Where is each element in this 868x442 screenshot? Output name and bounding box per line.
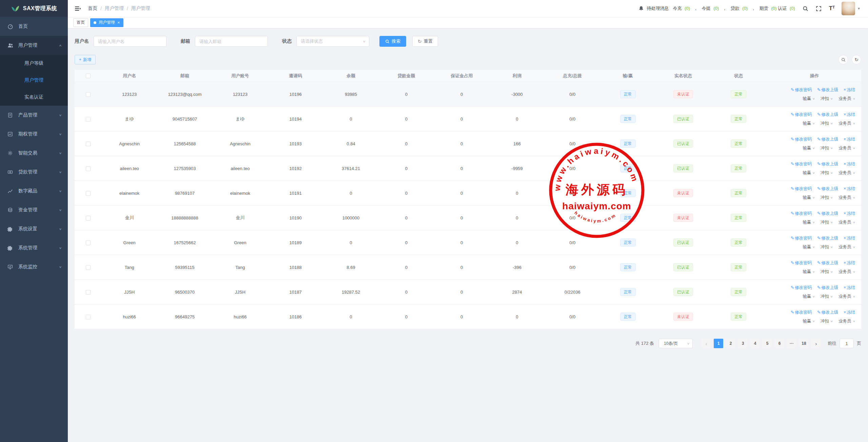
row-checkbox[interactable]	[86, 265, 91, 270]
dropdown-salesman[interactable]: 业务员∨	[837, 220, 855, 225]
dropdown-winloss[interactable]: 输赢∨	[803, 195, 815, 200]
table-search-button[interactable]	[839, 55, 848, 64]
avatar[interactable]	[842, 2, 855, 15]
dropdown-deduction[interactable]: 冲扣∨	[820, 96, 833, 101]
row-checkbox[interactable]	[86, 216, 91, 220]
sidebar-item-system-settings[interactable]: 系统设置∨	[0, 219, 68, 238]
action-edit-password[interactable]: ✎修改密码	[791, 211, 812, 216]
action-freeze[interactable]: ×冻结	[842, 162, 855, 166]
action-edit-parent[interactable]: ✎修改上级	[816, 137, 838, 142]
page-button[interactable]: 3	[738, 339, 748, 348]
dropdown-deduction[interactable]: 冲扣∨	[820, 121, 833, 126]
status-select[interactable]: 请选择状态 ∨	[296, 36, 369, 47]
action-edit-parent[interactable]: ✎修改上级	[816, 310, 838, 315]
dropdown-winloss[interactable]: 输赢∨	[803, 220, 815, 225]
dropdown-salesman[interactable]: 业务员∨	[837, 294, 855, 299]
dropdown-salesman[interactable]: 业务员∨	[837, 245, 855, 249]
dropdown-salesman[interactable]: 业务员∨	[837, 121, 855, 126]
add-button[interactable]: + 新增	[75, 55, 96, 64]
breadcrumb-item[interactable]: 首页	[88, 5, 97, 12]
dropdown-winloss[interactable]: 输赢∨	[803, 319, 815, 323]
action-freeze[interactable]: ×冻结	[842, 260, 855, 265]
action-edit-parent[interactable]: ✎修改上级	[816, 112, 838, 117]
action-freeze[interactable]: ×冻结	[842, 186, 855, 191]
tab-user-management[interactable]: 用户管理 ×	[90, 18, 123, 27]
sidebar-item-system-monitor[interactable]: 系统监控∨	[0, 257, 68, 276]
dropdown-winloss[interactable]: 输赢∨	[803, 121, 815, 126]
search-icon[interactable]	[803, 6, 808, 12]
dropdown-deduction[interactable]: 冲扣∨	[820, 319, 833, 323]
dropdown-salesman[interactable]: 业务员∨	[837, 170, 855, 175]
action-edit-parent[interactable]: ✎修改上级	[816, 285, 838, 290]
action-edit-password[interactable]: ✎修改密码	[791, 186, 812, 191]
dropdown-deduction[interactable]: 冲扣∨	[820, 146, 833, 150]
sidebar-item-funds-management[interactable]: 资金管理∨	[0, 201, 68, 219]
page-size-select[interactable]: 10条/页 ∨	[659, 339, 693, 348]
search-button[interactable]: 搜索	[379, 36, 406, 47]
action-freeze[interactable]: ×冻结	[842, 285, 855, 290]
dropdown-salesman[interactable]: 业务员∨	[837, 319, 855, 323]
action-edit-parent[interactable]: ✎修改上级	[816, 162, 838, 166]
email-input[interactable]	[195, 36, 268, 47]
action-edit-password[interactable]: ✎修改密码	[791, 162, 812, 166]
page-button[interactable]: 6	[775, 339, 784, 348]
page-button[interactable]: 18	[799, 339, 809, 348]
action-edit-password[interactable]: ✎修改密码	[791, 260, 812, 265]
sidebar-subitem-realname-auth[interactable]: 实名认证	[0, 89, 68, 106]
action-edit-parent[interactable]: ✎修改上级	[816, 260, 838, 265]
username-input[interactable]	[94, 36, 166, 47]
dropdown-deduction[interactable]: 冲扣∨	[820, 195, 833, 200]
dropdown-winloss[interactable]: 输赢∨	[803, 170, 815, 175]
app-logo[interactable]: SAX管理系统	[0, 0, 68, 17]
row-checkbox[interactable]	[86, 166, 91, 171]
dropdown-salesman[interactable]: 业务员∨	[837, 269, 855, 274]
dropdown-winloss[interactable]: 输赢∨	[803, 294, 815, 299]
tab-home[interactable]: 首页	[73, 18, 88, 27]
dropdown-deduction[interactable]: 冲扣∨	[820, 220, 833, 225]
breadcrumb-item[interactable]: 用户管理	[105, 5, 124, 12]
fullscreen-icon[interactable]	[816, 6, 822, 12]
page-button[interactable]: 2	[726, 339, 735, 348]
action-freeze[interactable]: ×冻结	[842, 112, 855, 117]
action-freeze[interactable]: ×冻结	[842, 211, 855, 216]
dropdown-winloss[interactable]: 输赢∨	[803, 96, 815, 101]
action-edit-parent[interactable]: ✎修改上级	[816, 211, 838, 216]
close-icon[interactable]: ×	[117, 20, 120, 25]
action-freeze[interactable]: ×冻结	[842, 236, 855, 240]
next-page-button[interactable]: ›	[811, 339, 821, 348]
dropdown-salesman[interactable]: 业务员∨	[837, 195, 855, 200]
sidebar-item-digital-collectibles[interactable]: 数字藏品∨	[0, 182, 68, 201]
sidebar-item-options-management[interactable]: 期权管理∨	[0, 125, 68, 144]
action-edit-parent[interactable]: ✎修改上级	[816, 236, 838, 240]
row-checkbox[interactable]	[86, 92, 91, 97]
select-all-checkbox[interactable]	[86, 73, 91, 78]
action-edit-parent[interactable]: ✎修改上级	[816, 186, 838, 191]
font-size-icon[interactable]: TT	[829, 5, 835, 12]
hamburger-icon[interactable]	[73, 4, 82, 13]
action-freeze[interactable]: ×冻结	[842, 87, 855, 92]
breadcrumb-item[interactable]: 用户管理	[131, 5, 150, 12]
prev-page-button[interactable]: ‹	[702, 339, 711, 348]
sidebar-item-product-management[interactable]: 产品管理∨	[0, 106, 68, 125]
action-edit-password[interactable]: ✎修改密码	[791, 310, 812, 315]
action-edit-parent[interactable]: ✎修改上级	[816, 87, 838, 92]
sidebar-item-loan-management[interactable]: 贷款管理∨	[0, 163, 68, 182]
dropdown-deduction[interactable]: 冲扣∨	[820, 269, 833, 274]
action-edit-password[interactable]: ✎修改密码	[791, 87, 812, 92]
bell-icon[interactable]	[638, 6, 644, 11]
sidebar-subitem-user-level[interactable]: 用户等级	[0, 55, 68, 72]
dropdown-salesman[interactable]: 业务员∨	[837, 146, 855, 150]
dropdown-winloss[interactable]: 输赢∨	[803, 245, 815, 249]
row-checkbox[interactable]	[86, 290, 91, 295]
dropdown-winloss[interactable]: 输赢∨	[803, 146, 815, 150]
reset-button[interactable]: ↻ 重置	[412, 36, 438, 47]
sidebar-item-system-management[interactable]: 系统管理∨	[0, 238, 68, 257]
sidebar-item-user-management[interactable]: 用户管理∧	[0, 36, 68, 55]
dropdown-winloss[interactable]: 输赢∨	[803, 269, 815, 274]
action-edit-password[interactable]: ✎修改密码	[791, 137, 812, 142]
page-ellipsis[interactable]: ···	[787, 339, 796, 348]
page-button[interactable]: 4	[750, 339, 760, 348]
row-checkbox[interactable]	[86, 315, 91, 319]
table-refresh-button[interactable]: ↻	[852, 55, 861, 64]
sidebar-item-smart-trading[interactable]: 智能交易∨	[0, 144, 68, 163]
